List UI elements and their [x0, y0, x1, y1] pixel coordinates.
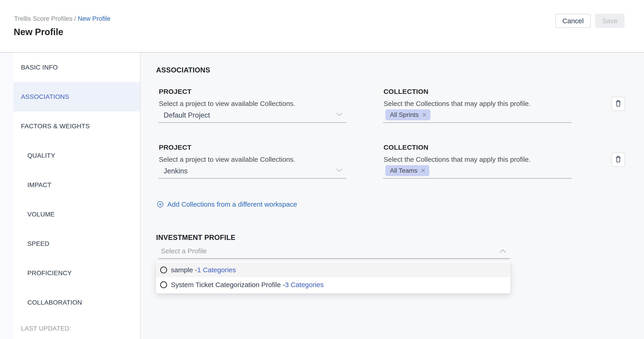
collection-tag[interactable]: All Teams ✕	[385, 165, 429, 176]
left-rail	[0, 53, 14, 339]
collection-label: COLLECTION	[384, 88, 428, 96]
profile-option-sample[interactable]: sample -1 Categories	[156, 262, 510, 277]
profile-option-system-ticket[interactable]: System Ticket Categorization Profile -3 …	[156, 277, 510, 292]
project-select[interactable]: Jenkins	[164, 167, 188, 175]
chevron-down-icon	[336, 112, 343, 117]
add-collections-link-label: Add Collections from a different workspa…	[167, 200, 297, 208]
save-button[interactable]: Save	[596, 14, 624, 28]
sidebar-item-quality[interactable]: QUALITY	[14, 141, 140, 170]
sidebar-item-volume[interactable]: VOLUME	[14, 200, 140, 229]
chevron-up-icon	[499, 249, 506, 254]
project-help-text: Select a project to view available Colle…	[159, 156, 295, 164]
project-select[interactable]: Default Project	[164, 111, 210, 120]
sidebar-item-speed[interactable]: SPEED	[14, 229, 140, 258]
chevron-down-icon	[336, 168, 343, 173]
remove-tag-icon[interactable]: ✕	[422, 112, 427, 118]
sidebar-item-collaboration[interactable]: COLLABORATION	[14, 288, 140, 317]
sidebar-nav: BASIC INFO ASSOCIATIONS FACTORS & WEIGHT…	[14, 53, 140, 339]
associations-heading: ASSOCIATIONS	[156, 66, 210, 74]
profile-option-count[interactable]: 3 Categories	[285, 281, 324, 288]
investment-profile-heading: INVESTMENT PROFILE	[156, 233, 236, 242]
radio-unchecked-icon[interactable]	[160, 281, 167, 288]
radio-unchecked-icon[interactable]	[160, 266, 167, 274]
project-help-text: Select a project to view available Colle…	[159, 100, 295, 108]
add-collections-link[interactable]: Add Collections from a different workspa…	[157, 200, 297, 208]
collection-select-underline	[383, 122, 572, 123]
sidebar-item-associations[interactable]: ASSOCIATIONS	[14, 82, 140, 112]
page-header: Trellis Score Profiles / New Profile New…	[0, 0, 644, 53]
investment-profile-select[interactable]: Select a Profile	[161, 247, 207, 255]
breadcrumb-current-link[interactable]: New Profile	[78, 15, 110, 22]
cancel-button[interactable]: Cancel	[555, 14, 591, 28]
collection-help-text: Select the Collections that may apply th…	[384, 156, 530, 164]
sidebar-item-impact[interactable]: IMPACT	[14, 170, 140, 200]
investment-select-underline	[158, 258, 510, 259]
collection-tag-label: All Sprints	[390, 111, 418, 118]
project-label: PROJECT	[159, 88, 192, 96]
breadcrumb-separator: /	[72, 15, 78, 22]
sidebar-item-proficiency[interactable]: PROFICIENCY	[14, 258, 140, 288]
new-profile-page: Trellis Score Profiles / New Profile New…	[0, 0, 644, 339]
delete-association-button[interactable]	[612, 153, 625, 167]
delete-association-button[interactable]	[612, 97, 625, 111]
collection-tag[interactable]: All Sprints ✕	[385, 109, 430, 120]
collection-tag-label: All Teams	[390, 167, 418, 174]
profile-option-name: sample -	[171, 266, 197, 274]
sidebar-item-factors-weights[interactable]: FACTORS & WEIGHTS	[14, 112, 140, 141]
breadcrumb: Trellis Score Profiles / New Profile	[14, 14, 110, 23]
trash-icon	[615, 100, 622, 108]
profile-option-label: sample -1 Categories	[171, 266, 236, 274]
collection-help-text: Select the Collections that may apply th…	[384, 100, 530, 108]
breadcrumb-parent: Trellis Score Profiles	[14, 15, 72, 22]
sidebar-item-basic-info[interactable]: BASIC INFO	[14, 53, 140, 82]
project-select-underline	[158, 178, 346, 178]
profile-option-count[interactable]: 1 Categories	[197, 266, 236, 274]
profile-option-label: System Ticket Categorization Profile -3 …	[171, 281, 324, 289]
profile-dropdown-menu: sample -1 Categories System Ticket Categ…	[156, 261, 510, 294]
trash-icon	[615, 156, 622, 164]
remove-tag-icon[interactable]: ✕	[421, 167, 426, 174]
page-title: New Profile	[14, 26, 63, 37]
plus-circle-icon	[157, 201, 164, 208]
project-label: PROJECT	[159, 143, 192, 152]
profile-option-name: System Ticket Categorization Profile -	[171, 281, 285, 288]
collection-label: COLLECTION	[384, 143, 428, 152]
collection-select-underline	[383, 178, 572, 178]
associations-panel: ASSOCIATIONS PROJECT Select a project to…	[140, 53, 644, 339]
project-select-underline	[158, 122, 346, 123]
last-updated-label: LAST UPDATED:	[14, 324, 140, 332]
